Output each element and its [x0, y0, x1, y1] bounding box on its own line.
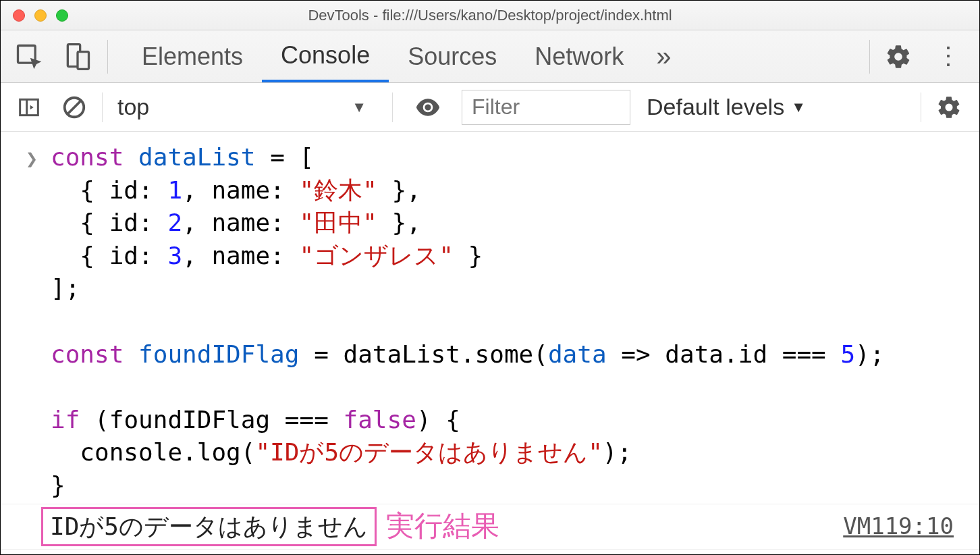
console-log-row: IDが5のデータはありません 実行結果 VM119:10	[1, 504, 979, 550]
context-label: top	[117, 94, 149, 120]
tab-sources[interactable]: Sources	[389, 30, 516, 82]
svg-rect-3	[20, 99, 38, 115]
console-input-echo: ❯ const dataList = [ { id: 1, name: "鈴木"…	[1, 140, 979, 504]
toggle-sidebar-icon[interactable]	[16, 94, 43, 121]
chevron-down-icon: ▼	[352, 99, 366, 116]
tab-elements[interactable]: Elements	[123, 30, 262, 82]
more-tabs-icon[interactable]: »	[643, 41, 684, 72]
log-levels-selector[interactable]: Default levels ▼	[647, 94, 806, 120]
device-toolbar-icon[interactable]	[63, 42, 92, 72]
log-message: IDが5のデータはありません	[41, 507, 377, 547]
divider	[102, 92, 103, 122]
console-toolbar: top ▼ Default levels ▼	[1, 83, 979, 132]
settings-icon[interactable]	[885, 43, 912, 70]
svg-rect-2	[78, 51, 89, 69]
console-return-row: ⟵ undefined	[1, 549, 979, 555]
window-titlebar: DevTools - file:///Users/kano/Desktop/pr…	[1, 1, 979, 30]
clear-console-icon[interactable]	[61, 95, 87, 120]
chevron-down-icon: ▼	[791, 99, 806, 116]
source-link[interactable]: VM119:10	[843, 511, 954, 542]
kebab-menu-icon[interactable]: ⋮	[936, 51, 960, 61]
log-levels-label: Default levels	[647, 94, 784, 120]
tab-network[interactable]: Network	[516, 30, 643, 82]
live-expression-icon[interactable]	[408, 92, 448, 122]
annotation-label: 実行結果	[386, 507, 499, 546]
divider	[869, 40, 870, 74]
tab-console[interactable]: Console	[262, 30, 389, 82]
console-output-area[interactable]: ❯ const dataList = [ { id: 1, name: "鈴木"…	[1, 132, 979, 555]
window-title: DevTools - file:///Users/kano/Desktop/pr…	[1, 7, 979, 24]
code-block: const dataList = [ { id: 1, name: "鈴木" }…	[51, 141, 884, 502]
context-selector[interactable]: top ▼	[117, 94, 377, 120]
filter-input[interactable]	[462, 90, 630, 125]
console-settings-icon[interactable]	[936, 95, 979, 120]
inspect-element-icon[interactable]	[14, 42, 44, 72]
divider	[921, 92, 921, 122]
divider	[392, 92, 393, 122]
divider	[107, 40, 108, 74]
input-chevron-icon: ❯	[13, 141, 51, 173]
devtools-tabbar: Elements Console Sources Network » ⋮	[1, 30, 979, 83]
